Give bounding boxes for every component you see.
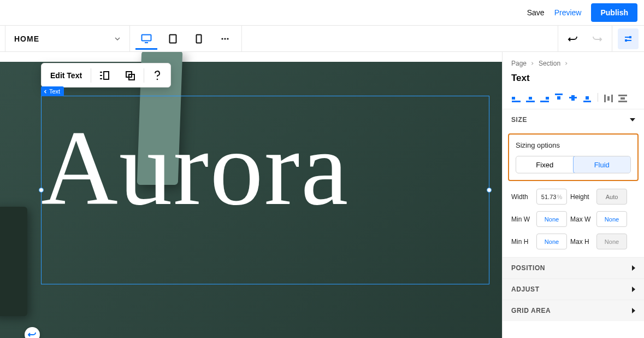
svg-rect-18 bbox=[555, 94, 563, 95]
max-width-input[interactable]: None bbox=[596, 211, 627, 227]
caret-right-icon bbox=[632, 287, 635, 292]
breadcrumb: Page Section bbox=[503, 52, 644, 71]
editor-toolbar: HOME bbox=[0, 26, 644, 52]
align-top-button[interactable] bbox=[554, 92, 564, 102]
mobile-device-button[interactable] bbox=[188, 28, 210, 50]
tablet-icon bbox=[169, 34, 177, 44]
redo-button[interactable] bbox=[587, 28, 607, 49]
min-width-label: Min W bbox=[511, 215, 533, 223]
svg-rect-16 bbox=[540, 101, 549, 102]
redo-icon bbox=[592, 33, 602, 44]
more-horizontal-icon bbox=[220, 34, 230, 44]
preview-button[interactable]: Preview bbox=[554, 8, 582, 17]
canvas-area[interactable]: Edit Text Text Aurora bbox=[0, 52, 502, 338]
panel-title: Text bbox=[503, 71, 644, 90]
caret-right-icon bbox=[632, 308, 635, 313]
inspector-panel: Page Section Text SIZE Sizing options Fi… bbox=[502, 52, 644, 338]
svg-point-4 bbox=[224, 38, 226, 39]
svg-rect-14 bbox=[526, 101, 535, 102]
adjust-section-header[interactable]: ADJUST bbox=[503, 278, 644, 300]
max-height-input[interactable]: None bbox=[596, 234, 627, 249]
selection-outline[interactable] bbox=[41, 96, 489, 284]
separator bbox=[598, 93, 598, 102]
svg-rect-26 bbox=[611, 95, 613, 102]
duplicate-button[interactable] bbox=[117, 63, 144, 88]
svg-rect-8 bbox=[104, 72, 109, 79]
svg-rect-29 bbox=[618, 101, 627, 102]
svg-rect-1 bbox=[169, 34, 176, 43]
align-center-h-button[interactable] bbox=[525, 92, 535, 102]
publish-button[interactable]: Publish bbox=[591, 3, 637, 22]
desktop-icon bbox=[141, 34, 152, 44]
breadcrumb-page[interactable]: Page bbox=[511, 60, 527, 67]
svg-rect-19 bbox=[557, 96, 560, 100]
distribute-v-button[interactable] bbox=[618, 92, 628, 102]
decorative-block bbox=[0, 207, 27, 316]
save-button[interactable]: Save bbox=[527, 8, 545, 17]
grid-area-section-header[interactable]: GRID AREA bbox=[503, 300, 644, 321]
selection-chip-label: Text bbox=[49, 88, 60, 95]
position-section-header[interactable]: POSITION bbox=[503, 257, 644, 278]
svg-rect-15 bbox=[529, 97, 532, 100]
svg-rect-28 bbox=[621, 97, 625, 100]
min-height-input[interactable]: None bbox=[536, 234, 567, 249]
revert-badge[interactable] bbox=[25, 327, 40, 338]
position-section-label: POSITION bbox=[511, 264, 545, 272]
svg-rect-7 bbox=[625, 39, 627, 42]
breadcrumb-section[interactable]: Section bbox=[539, 60, 560, 67]
height-input[interactable]: Auto bbox=[596, 189, 627, 205]
sizing-fluid-option[interactable]: Fluid bbox=[573, 156, 631, 173]
chevron-down-icon bbox=[114, 36, 121, 42]
page-selector[interactable]: HOME bbox=[5, 26, 130, 51]
svg-rect-23 bbox=[586, 96, 589, 100]
width-input[interactable]: 51.73% bbox=[536, 189, 567, 205]
toggle-inspector-button[interactable] bbox=[618, 28, 639, 49]
align-right-button[interactable] bbox=[540, 92, 550, 102]
resize-handle-left[interactable] bbox=[39, 188, 44, 193]
sliders-icon bbox=[623, 34, 633, 44]
main-area: Edit Text Text Aurora bbox=[0, 52, 644, 338]
element-floating-toolbar: Edit Text bbox=[41, 63, 171, 88]
selection-breadcrumb-chip[interactable]: Text bbox=[41, 86, 64, 96]
svg-rect-25 bbox=[607, 96, 610, 101]
undo-icon bbox=[28, 330, 37, 338]
max-width-label: Max W bbox=[570, 215, 593, 223]
resize-handle-right[interactable] bbox=[487, 188, 492, 193]
min-width-input[interactable]: None bbox=[536, 211, 567, 227]
max-height-label: Max H bbox=[570, 238, 593, 246]
align-bottom-button[interactable] bbox=[582, 92, 592, 102]
toggle-panel-group bbox=[612, 26, 644, 51]
sizing-fixed-option[interactable]: Fixed bbox=[516, 156, 574, 173]
chevron-right-icon bbox=[564, 61, 569, 66]
svg-rect-24 bbox=[604, 95, 606, 102]
chevron-left-icon bbox=[43, 89, 48, 94]
align-element-button[interactable] bbox=[91, 63, 117, 88]
copy-icon bbox=[125, 71, 136, 80]
chevron-right-icon bbox=[530, 61, 535, 66]
svg-rect-2 bbox=[197, 34, 202, 43]
dimensions-grid: Width 51.73% Height Auto Min W None Max … bbox=[503, 184, 644, 257]
undo-icon bbox=[568, 33, 578, 44]
help-button[interactable] bbox=[144, 63, 170, 88]
svg-rect-12 bbox=[512, 101, 521, 102]
size-section-header[interactable]: SIZE bbox=[503, 109, 644, 130]
align-center-v-button[interactable] bbox=[568, 92, 578, 102]
edit-text-button[interactable]: Edit Text bbox=[42, 71, 91, 80]
tablet-device-button[interactable] bbox=[162, 28, 184, 50]
distribute-h-button[interactable] bbox=[604, 92, 613, 102]
top-header: Save Preview Publish bbox=[0, 0, 644, 26]
more-devices-button[interactable] bbox=[214, 28, 236, 50]
undo-button[interactable] bbox=[563, 28, 583, 49]
align-left-button[interactable] bbox=[511, 92, 521, 102]
svg-rect-27 bbox=[618, 95, 627, 96]
desktop-device-button[interactable] bbox=[135, 28, 157, 50]
adjust-section-label: ADJUST bbox=[511, 285, 540, 293]
height-label: Height bbox=[570, 193, 593, 201]
svg-point-11 bbox=[157, 78, 158, 80]
question-icon bbox=[152, 70, 162, 81]
align-panel-icon bbox=[99, 71, 110, 80]
svg-rect-21 bbox=[571, 95, 575, 101]
size-section-label: SIZE bbox=[511, 116, 527, 124]
svg-rect-13 bbox=[512, 97, 515, 100]
svg-rect-17 bbox=[546, 97, 549, 100]
